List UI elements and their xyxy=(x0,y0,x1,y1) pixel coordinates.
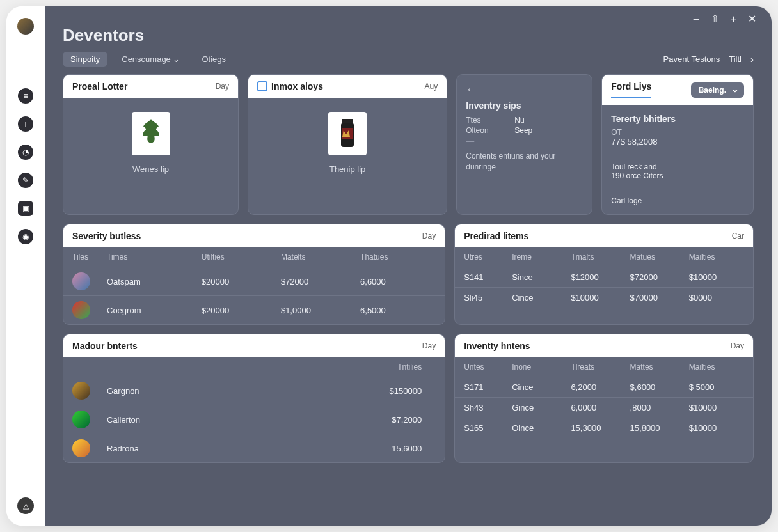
tab-censcumage[interactable]: Censcumage ⌄ xyxy=(114,52,187,66)
inventty-r1-c3: ,8000 xyxy=(630,403,685,412)
card-proreal: Proeal Lotter Day Wenes lip xyxy=(63,74,239,215)
madour-row-2[interactable]: Radrona 15,6000 xyxy=(63,434,445,462)
inventty-row-2[interactable]: S165 Oince 15,3000 15,8000 $10000 xyxy=(455,418,753,438)
madour-header: Madour bnterts Day xyxy=(63,334,445,357)
inventry-desc: Contents entiuns and your dunringe xyxy=(466,151,583,173)
inventty-r0-c4: $ 5000 xyxy=(689,382,744,392)
avatar-icon xyxy=(72,272,90,290)
nav-edit-icon[interactable]: ✎ xyxy=(18,173,33,188)
main-content: – ⇧ + ✕ Deventors Sinpoity Censcumage ⌄ … xyxy=(45,6,772,526)
breadcrumb-tiltl[interactable]: Tiltl xyxy=(729,54,742,64)
row-2: Severity butless Day Tiles Times Utiltie… xyxy=(63,224,754,325)
predirad-r0-c3: $72000 xyxy=(630,272,685,282)
inventty-row-0[interactable]: S171 Cince 6,2000 $,6000 $ 5000 xyxy=(455,377,753,397)
nav-info-icon[interactable]: i xyxy=(18,116,33,132)
chevron-right-icon[interactable]: › xyxy=(750,54,754,65)
fordliys-line2: 77$ 58,2008 xyxy=(611,137,744,146)
divider-dash: — xyxy=(466,136,583,146)
predirad-r1-c2: $10000 xyxy=(571,293,626,302)
predirad-col-0: Utres xyxy=(464,253,508,262)
inventty-r1-c0: Sh43 xyxy=(464,403,508,412)
inventty-col-1: Inone xyxy=(512,363,567,372)
window-controls: – ⇧ + ✕ xyxy=(694,13,756,25)
madour-r0-name: Gargnon xyxy=(107,386,316,396)
fordliys-heading: Tererty bhitlers xyxy=(611,114,744,124)
inventty-r0-c3: $,6000 xyxy=(630,382,685,392)
fordliys-line5: Carl loge xyxy=(611,196,744,205)
minimize-button[interactable]: – xyxy=(694,13,699,25)
inventty-title: Inventty hntens xyxy=(464,341,530,351)
nav-globe-icon[interactable]: ◉ xyxy=(18,229,33,244)
predirad-row-1[interactable]: Sli45 Cince $10000 $70000 $0000 xyxy=(455,287,753,308)
sidebar-bottom-icon[interactable]: △ xyxy=(17,497,34,514)
tab-sinpoity[interactable]: Sinpoity xyxy=(63,52,107,66)
predirad-col-2: Tmalts xyxy=(571,253,626,262)
card-proreal-badge: Day xyxy=(216,82,229,91)
row-3: Madour bnterts Day Tntilies Gargnon $150… xyxy=(63,334,754,463)
predirad-badge: Car xyxy=(732,231,744,240)
inventry-kv-0: Ttes Nu xyxy=(466,116,583,125)
inmox-caption: Thenip lip xyxy=(257,164,438,174)
severity-cols: Tiles Times Utilties Matelts Thatues xyxy=(63,247,445,267)
kv-key-0: Ttes xyxy=(466,116,499,125)
inventty-row-1[interactable]: Sh43 Gince 6,0000 ,8000 $10000 xyxy=(455,397,753,418)
severity-col-2: Utilties xyxy=(202,253,277,262)
madour-row-0[interactable]: Gargnon $150000 xyxy=(63,377,445,405)
tab-otiegs[interactable]: Otiegs xyxy=(194,52,234,66)
madour-r2-name: Radrona xyxy=(107,444,316,453)
predirad-header: Predirad litems Car xyxy=(455,224,753,247)
severity-r1-c2: $1,0000 xyxy=(281,306,356,315)
predirad-r1-c0: Sli45 xyxy=(464,293,508,302)
inventty-col-2: Tlreats xyxy=(571,363,626,372)
nav-image-icon[interactable]: ▣ xyxy=(18,201,33,216)
inventty-badge: Day xyxy=(731,341,744,350)
inventty-r0-c2: 6,2000 xyxy=(571,382,626,392)
breadcrumb-pavent[interactable]: Pavent Testons xyxy=(663,54,720,64)
sidebar: ≡ i ◔ ✎ ▣ ◉ △ xyxy=(6,6,45,526)
fordliys-tab[interactable]: Ford Liys xyxy=(611,81,651,98)
app-title: Deventors xyxy=(63,26,754,45)
back-arrow-icon[interactable]: ← xyxy=(466,84,583,95)
new-button[interactable]: + xyxy=(731,13,736,25)
severity-r1-name: Coegrom xyxy=(107,306,198,315)
card-inmox-header: Inmox aloys Auy xyxy=(248,75,447,98)
card-fordliys: Ford Liys Baeing. Tererty bhitlers OT 77… xyxy=(601,74,754,215)
inventty-header: Inventty hntens Day xyxy=(455,334,753,357)
fordliys-line4: 190 orce Citers xyxy=(611,171,744,180)
inmox-thumb[interactable] xyxy=(328,112,367,155)
card-proreal-body: Wenes lip xyxy=(63,98,238,183)
severity-r0-c1: $20000 xyxy=(202,277,277,286)
severity-row-1[interactable]: Coegrom $20000 $1,0000 6,5000 xyxy=(63,295,445,324)
severity-header: Severity butless Day xyxy=(63,224,445,247)
close-button[interactable]: ✕ xyxy=(748,13,756,25)
madour-row-1[interactable]: Callerton $7,2000 xyxy=(63,405,445,434)
export-button[interactable]: ⇧ xyxy=(711,13,719,25)
predirad-r0-c0: S141 xyxy=(464,272,508,282)
card-inmox: Inmox aloys Auy Thenip lip xyxy=(248,74,447,215)
kv-val-0: Nu xyxy=(514,116,524,125)
severity-r0-c2: $72000 xyxy=(281,277,356,286)
nav-disk-icon[interactable]: ◔ xyxy=(18,145,33,160)
predirad-row-0[interactable]: S141 Since $12000 $72000 $10000 xyxy=(455,267,753,287)
inventty-col-3: Mattes xyxy=(630,363,685,372)
proreal-thumb[interactable] xyxy=(132,112,170,155)
card-fordliys-header: Ford Liys Baeing. xyxy=(602,75,753,105)
madour-r2-val: 15,6000 xyxy=(320,444,436,453)
madour-badge: Day xyxy=(422,341,436,350)
table-severity: Severity butless Day Tiles Times Utiltie… xyxy=(63,224,445,325)
card-proreal-title: Proeal Lotter xyxy=(72,81,127,91)
inventty-cols: Untes Inone Tlreats Mattes Mailties xyxy=(455,357,753,377)
card-inmox-body: Thenip lip xyxy=(248,98,447,183)
table-inventty: Inventty hntens Day Untes Inone Tlreats … xyxy=(454,334,754,463)
fordliys-line1: OT xyxy=(611,128,744,137)
table-madour: Madour bnterts Day Tntilies Gargnon $150… xyxy=(63,334,445,463)
inventty-r0-c1: Cince xyxy=(512,382,567,392)
inventty-r2-c3: 15,8000 xyxy=(630,423,685,433)
severity-row-0[interactable]: Oatspam $20000 $72000 6,6000 xyxy=(63,267,445,295)
inventty-r2-c0: S165 xyxy=(464,423,508,433)
predirad-col-3: Matues xyxy=(630,253,685,262)
nav-list-icon[interactable]: ≡ xyxy=(18,88,33,104)
avatar-icon xyxy=(72,411,90,428)
user-avatar[interactable] xyxy=(17,18,34,35)
fordliys-select[interactable]: Baeing. xyxy=(691,82,744,98)
